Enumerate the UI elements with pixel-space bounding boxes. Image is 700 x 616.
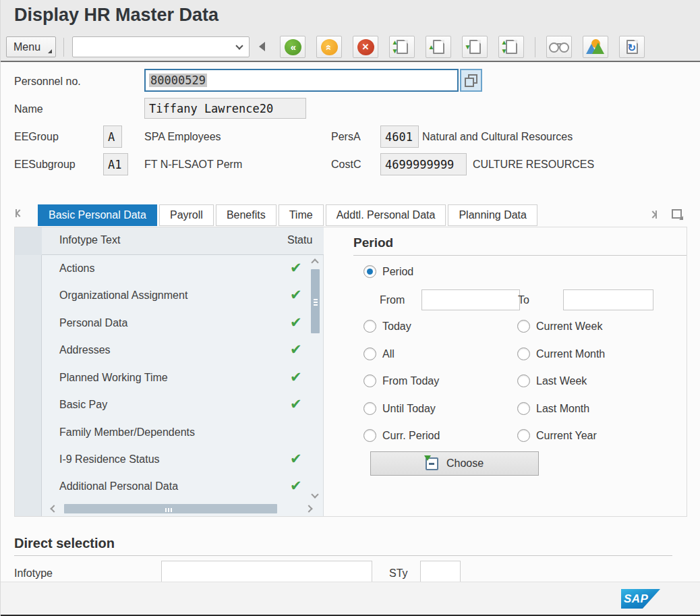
collapse-toolbar-icon[interactable]	[259, 42, 265, 51]
command-input[interactable]	[76, 38, 231, 55]
tab-benefits[interactable]: Benefits	[216, 204, 276, 226]
tab-scroll-left-button[interactable]	[16, 209, 22, 217]
scroll-up-icon[interactable]	[311, 258, 318, 266]
radio-today[interactable]	[363, 320, 376, 333]
table-row[interactable]: Family Member/Dependents	[42, 420, 308, 447]
radio-current-year-label: Current Year	[536, 430, 597, 442]
horizontal-scrollbar-thumb[interactable]	[64, 504, 277, 513]
row-selector-column[interactable]	[15, 227, 42, 516]
chevron-left-icon	[16, 209, 23, 217]
command-field[interactable]	[72, 36, 250, 57]
period-heading: Period	[353, 235, 393, 250]
scrollbar-grip	[165, 508, 172, 512]
chevron-down-icon[interactable]	[235, 42, 243, 49]
first-page-button[interactable]: ▲▼	[389, 36, 415, 58]
tab-time[interactable]: Time	[279, 204, 324, 226]
tab-strip: Basic Personal Data Payroll Benefits Tim…	[38, 204, 537, 226]
status-check-icon: ✔	[290, 287, 302, 303]
vertical-scrollbar-thumb[interactable]	[311, 269, 320, 333]
choose-button[interactable]: Choose	[370, 451, 539, 476]
radio-until-today-label: Until Today	[382, 403, 436, 415]
costc-value: 4699999999	[385, 158, 454, 171]
tab-basic-personal-data[interactable]: Basic Personal Data	[38, 204, 157, 226]
back-button[interactable]: «	[280, 36, 305, 58]
radio-last-week-label: Last Week	[536, 375, 587, 387]
status-check-icon: ✔	[290, 478, 302, 494]
vertical-scrollbar[interactable]	[308, 256, 324, 503]
exit-icon: «	[321, 39, 338, 55]
radio-current-week-label: Current Week	[536, 320, 602, 333]
costc-label: CostC	[331, 159, 361, 171]
exit-button[interactable]: «	[316, 36, 342, 58]
header-band: Display HR Master Data Menu « « ✕ ▲▼	[1, 0, 700, 62]
persa-field: 4601	[380, 125, 419, 148]
from-date-input[interactable]	[421, 289, 520, 310]
radio-period-label: Period	[382, 266, 413, 278]
status-check-icon: ✔	[290, 341, 302, 358]
radio-curr-period-label: Curr. Period	[382, 430, 440, 442]
next-page-button[interactable]: ▼	[462, 36, 488, 58]
name-label: Name	[14, 103, 43, 115]
tab-planning-data[interactable]: Planning Data	[448, 204, 537, 226]
toolbar-buttons: « « ✕ ▲▼ ▲ ▼ ▲▼	[280, 36, 645, 58]
cancel-button[interactable]: ✕	[353, 36, 378, 58]
find-button[interactable]	[546, 36, 572, 58]
radio-current-week[interactable]	[517, 320, 530, 333]
scroll-left-icon[interactable]	[50, 505, 57, 512]
choose-button-label: Choose	[446, 457, 484, 470]
horizontal-scrollbar[interactable]	[42, 503, 324, 516]
table-row[interactable]: Planned Working Time ✔	[42, 365, 308, 392]
scroll-down-icon[interactable]	[311, 491, 318, 498]
radio-last-week[interactable]	[517, 374, 530, 387]
radio-all[interactable]	[363, 347, 376, 360]
table-row[interactable]: Actions ✔	[42, 256, 308, 283]
infotype-input[interactable]	[161, 561, 372, 584]
tab-scroll-right-button[interactable]	[650, 211, 657, 219]
infotype-table: Infotype Text Statu Actions ✔ Organizati…	[15, 227, 324, 516]
table-row[interactable]: Basic Pay ✔	[42, 392, 308, 419]
menu-dropdown-corner-icon	[48, 49, 52, 53]
direct-selection-divider	[14, 555, 672, 556]
sty-input[interactable]	[420, 561, 461, 584]
radio-until-today[interactable]	[363, 402, 376, 415]
radio-today-label: Today	[382, 320, 411, 333]
table-row[interactable]: Personal Data ✔	[42, 310, 308, 337]
last-page-button[interactable]: ▲▼	[498, 36, 524, 58]
personnel-no-input[interactable]: 80000529	[144, 69, 459, 92]
tab-addtl-personal-data[interactable]: Addtl. Personal Data	[326, 204, 446, 226]
persa-value: 4601	[385, 130, 413, 144]
to-date-input[interactable]	[563, 289, 653, 310]
persa-label: PersA	[331, 131, 361, 143]
toolbar-separator	[535, 37, 535, 57]
find-next-button[interactable]	[583, 36, 608, 58]
radio-curr-period[interactable]	[363, 429, 376, 442]
eegroup-label: EEGroup	[14, 131, 59, 143]
scroll-right-icon[interactable]	[305, 505, 312, 512]
col-status: Statu	[287, 234, 312, 246]
tab-payroll[interactable]: Payroll	[159, 204, 214, 226]
previous-page-button[interactable]: ▲	[426, 36, 451, 58]
refresh-button[interactable]: ↻	[619, 36, 645, 58]
cancel-icon: ✕	[357, 39, 374, 55]
table-row[interactable]: Organizational Assignment ✔	[42, 283, 308, 310]
period-panel: Period Period From To Today Current Week…	[332, 227, 687, 516]
radio-current-month[interactable]	[517, 347, 530, 360]
radio-current-year[interactable]	[517, 429, 530, 442]
menu-button[interactable]: Menu	[6, 36, 56, 57]
eegroup-desc: SPA Employees	[144, 131, 221, 143]
table-row[interactable]: Additional Personal Data ✔	[42, 474, 308, 501]
sap-logo: SAP	[621, 589, 660, 609]
possible-entries-button[interactable]	[460, 69, 482, 92]
radio-from-today[interactable]	[363, 374, 376, 387]
last-page-icon: ▲▼	[506, 40, 517, 54]
expand-tab-page-icon[interactable]	[672, 209, 682, 219]
infotype-label: Infotype	[14, 567, 53, 580]
personnel-no-value: 80000529	[149, 74, 207, 87]
radio-last-month[interactable]	[517, 402, 530, 415]
tab-content-area: Infotype Text Statu Actions ✔ Organizati…	[14, 227, 687, 517]
radio-period[interactable]	[363, 265, 376, 278]
table-row[interactable]: Addresses ✔	[42, 337, 308, 364]
table-row[interactable]: I-9 Residence Status ✔	[42, 447, 308, 474]
footer: SAP	[1, 582, 700, 615]
direct-selection-heading: Direct selection	[14, 536, 115, 551]
